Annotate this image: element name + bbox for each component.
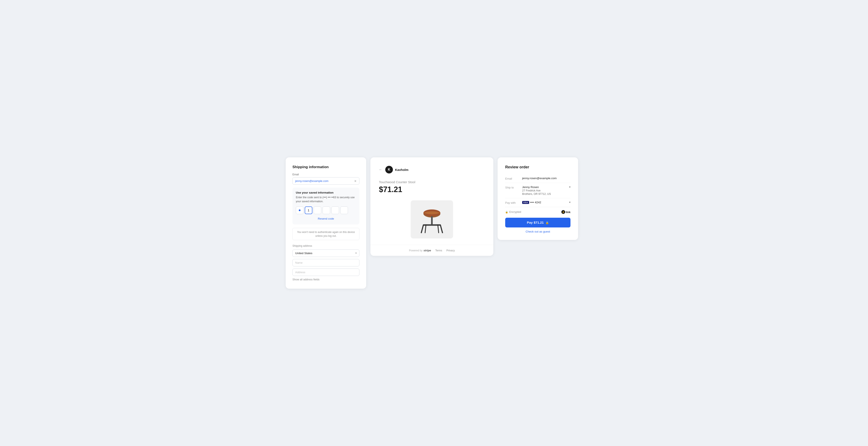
address-input[interactable]: Address [292, 268, 360, 276]
saved-info-desc: Enter the code sent to (•••) ••• ••63 to… [296, 195, 356, 203]
lock-green-icon: 🔒 [505, 211, 508, 214]
middle-content: ← K Kavholm Touchwood Counter Stool $71.… [370, 157, 493, 245]
show-all-fields-link[interactable]: Show all address fields [292, 278, 360, 281]
chevron-down-icon: ▾ [569, 186, 570, 189]
name-input[interactable]: Name [292, 259, 360, 266]
email-value: jenny.rosen@example.com [295, 179, 354, 183]
shipping-address-label: Shipping address [292, 244, 360, 247]
ship-to-city: Brothers, OR 97712, US [522, 192, 567, 195]
code-input-5[interactable] [332, 206, 339, 214]
product-price: $71.21 [379, 185, 485, 194]
product-image-box [411, 200, 453, 238]
ship-to-name: Jenny Rosen [522, 186, 567, 189]
merchant-header: ← K Kavholm [379, 166, 485, 173]
no-auth-notice: You won't need to authenticate again on … [292, 228, 360, 240]
review-pay-with-label: Pay with [505, 201, 520, 204]
middle-panel: ← K Kavholm Touchwood Counter Stool $71.… [370, 157, 493, 256]
right-panel: Review order Email jenny.rosen@example.c… [498, 157, 578, 240]
back-arrow-icon[interactable]: ← [379, 168, 382, 171]
powered-by-stripe: Powered by stripe [409, 249, 431, 252]
encrypted-row: 🔒 Encrypted ⚡ link [505, 207, 570, 218]
review-order-title: Review order [505, 165, 570, 169]
code-input-2[interactable] [305, 206, 312, 214]
product-name: Touchwood Counter Stool [379, 180, 485, 184]
ship-to-address: 27 Fredrick Ave [522, 189, 567, 192]
svg-rect-2 [431, 216, 433, 225]
terms-link[interactable]: Terms [435, 249, 442, 252]
code-dot-1 [299, 210, 301, 211]
chevron-down-icon: ▾ [355, 252, 356, 255]
saved-info-title: Use your saved information [296, 191, 356, 194]
country-select[interactable]: United States ▾ [292, 250, 360, 257]
review-email-row: Email jenny.rosen@example.com [505, 174, 570, 183]
encrypted-label: 🔒 Encrypted [505, 211, 521, 214]
merchant-name: Kavholm [395, 168, 408, 171]
pay-lock-icon: 🔒 [546, 221, 549, 224]
review-ship-to-row: Ship to Jenny Rosen 27 Fredrick Ave Brot… [505, 183, 570, 198]
link-badge: ⚡ link [561, 210, 570, 214]
pay-button-label: Pay $71.21 [527, 221, 544, 224]
svg-line-7 [438, 225, 439, 233]
middle-footer: Powered by stripe Terms Privacy [370, 245, 493, 256]
review-pay-with-row: Pay with VISA •••• 4242 ▾ [505, 198, 570, 207]
code-input-6[interactable] [340, 206, 348, 214]
code-input-4[interactable] [322, 206, 330, 214]
left-panel-title: Shipping information [292, 165, 360, 169]
review-ship-to-detail: Jenny Rosen 27 Fredrick Ave Brothers, OR… [522, 186, 567, 195]
code-inputs [296, 206, 356, 214]
visa-icon: VISA [522, 201, 529, 204]
pay-with-chevron[interactable]: ▾ [569, 201, 570, 204]
resend-code-link[interactable]: Resend code [296, 217, 356, 220]
stool-image [419, 205, 444, 233]
stripe-logo: stripe [424, 249, 431, 252]
saved-info-box: Use your saved information Enter the cod… [292, 188, 360, 224]
country-value: United States [295, 252, 355, 255]
code-input-3[interactable] [314, 206, 321, 214]
pay-with-detail: VISA •••• 4242 [522, 201, 567, 204]
pay-button[interactable]: Pay $71.21 🔒 [505, 218, 570, 227]
guest-checkout-link[interactable]: Check out as guest [505, 230, 570, 233]
svg-line-5 [440, 225, 442, 233]
email-label: Email [292, 173, 360, 176]
review-email-value: jenny.rosen@example.com [522, 177, 570, 180]
pay-with-card: •••• 4242 [530, 201, 567, 204]
review-email-label: Email [505, 177, 520, 180]
close-email-button[interactable]: ✕ [354, 180, 356, 183]
link-logo-icon: ⚡ [561, 210, 565, 214]
ship-to-chevron[interactable]: ▾ [569, 186, 570, 189]
page-container: Shipping information Email jenny.rosen@e… [286, 157, 582, 289]
email-field-row: jenny.rosen@example.com ✕ [292, 177, 360, 185]
chevron-down-icon: ▾ [569, 201, 570, 204]
privacy-link[interactable]: Privacy [446, 249, 455, 252]
left-panel: Shipping information Email jenny.rosen@e… [286, 157, 366, 289]
merchant-logo: K [385, 166, 393, 173]
svg-line-4 [421, 225, 424, 233]
svg-line-6 [425, 225, 426, 233]
address-placeholder: Address [295, 270, 305, 274]
code-slot-1[interactable] [296, 206, 304, 214]
powered-by-label: Powered by [409, 249, 422, 252]
review-ship-to-label: Ship to [505, 186, 520, 189]
name-placeholder: Name [295, 261, 303, 264]
